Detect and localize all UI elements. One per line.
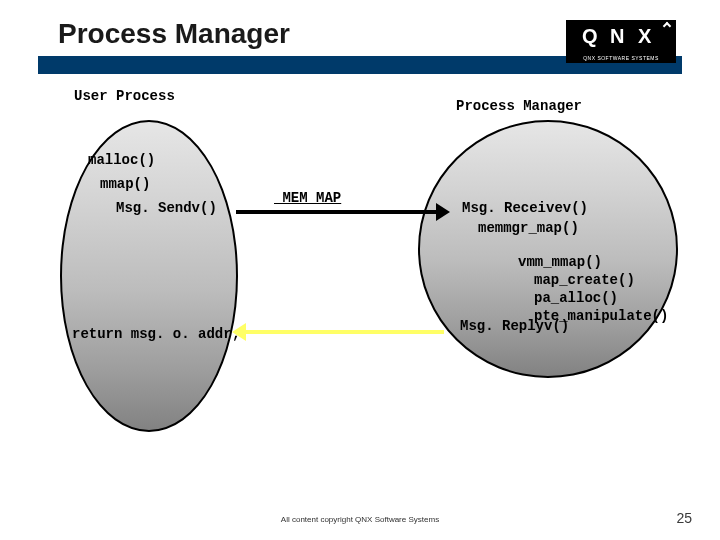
msgreceivev-label: Msg. Receivev() [462, 200, 588, 216]
reply-arrow-icon [246, 330, 444, 334]
logo-box: Q N X [566, 20, 676, 54]
trademark-icon [663, 22, 671, 30]
mem-map-arrow-label: _MEM_MAP [274, 190, 341, 206]
process-manager-heading: Process Manager [456, 98, 582, 114]
map-create-label: map_create() [534, 272, 635, 288]
return-msg-label: return msg. o. addr; [72, 326, 240, 342]
logo-letter-n: N [610, 25, 624, 48]
malloc-label: malloc() [88, 152, 155, 168]
send-arrow-icon [236, 210, 436, 214]
process-manager-ellipse [418, 120, 678, 378]
slide-title: Process Manager [58, 18, 290, 50]
logo-letter-x: X [638, 25, 651, 48]
logo-tagline: QNX SOFTWARE SYSTEMS [566, 54, 676, 63]
mmap-label: mmap() [100, 176, 150, 192]
msgreplyv-label: Msg. Replyv() [460, 318, 569, 334]
footer-copyright: All content copyright QNX Software Syste… [0, 515, 720, 524]
slide: Process Manager Q N X QNX SOFTWARE SYSTE… [0, 0, 720, 540]
page-number: 25 [676, 510, 692, 526]
qnx-logo: Q N X QNX SOFTWARE SYSTEMS [566, 20, 676, 68]
memmgr-map-label: memmgr_map() [478, 220, 579, 236]
user-process-heading: User Process [74, 88, 175, 104]
pa-alloc-label: pa_alloc() [534, 290, 618, 306]
vmm-mmap-label: vmm_mmap() [518, 254, 602, 270]
logo-letter-q: Q [582, 25, 598, 48]
msgsendv-label: Msg. Sendv() [116, 200, 217, 216]
